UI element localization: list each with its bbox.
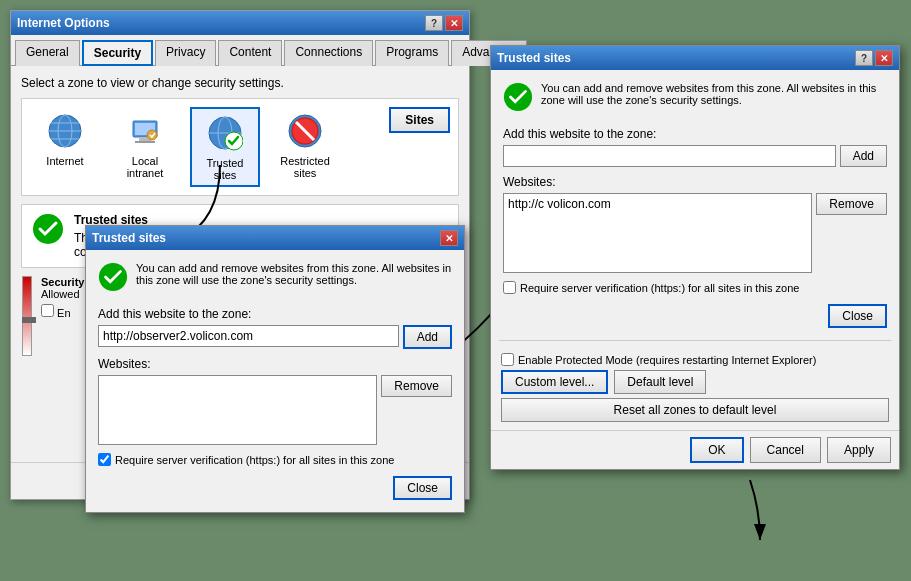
large-websites-area: http://c volicon.com Remove <box>503 193 887 273</box>
security-slider[interactable] <box>22 276 32 356</box>
zone-local-intranet-label: Local intranet <box>114 155 176 179</box>
zone-trusted-sites-label: Trusted sites <box>196 157 254 181</box>
tab-security[interactable]: Security <box>82 40 153 66</box>
small-websites-area: Remove <box>98 375 452 445</box>
large-add-label: Add this website to the zone: <box>503 127 887 141</box>
main-window-title: Internet Options <box>17 16 110 30</box>
zone-internet-label: Internet <box>46 155 83 167</box>
main-window-titlebar: Internet Options ? ✕ <box>11 11 469 35</box>
large-input-group: Add <box>503 145 887 167</box>
main-title-controls: ? ✕ <box>425 15 463 31</box>
large-checkbox-label: Require server verification (https:) for… <box>520 282 799 294</box>
trusted-sites-icon <box>205 113 245 153</box>
large-https-checkbox[interactable] <box>503 281 516 294</box>
restricted-sites-icon <box>285 111 325 151</box>
tab-programs[interactable]: Programs <box>375 40 449 66</box>
large-close-button[interactable]: Close <box>828 304 887 328</box>
small-add-website-row: Add this website to the zone: Add <box>98 307 452 349</box>
small-checkbox-row: Require server verification (https:) for… <box>98 453 452 466</box>
internet-icon <box>45 111 85 151</box>
enable-checkbox[interactable] <box>41 304 54 317</box>
small-https-checkbox[interactable] <box>98 453 111 466</box>
small-add-label: Add this website to the zone: <box>98 307 452 321</box>
security-label-area: Security Allowed En <box>41 276 84 319</box>
large-dialog-controls: ? ✕ <box>855 50 893 66</box>
zone-restricted-sites[interactable]: Restricted sites <box>270 107 340 183</box>
website-item-0[interactable]: http://c volicon.com <box>506 196 809 212</box>
large-dialog-content: You can add and remove websites from thi… <box>491 70 899 340</box>
small-input-group: Add <box>98 325 452 349</box>
zone-internet[interactable]: Internet <box>30 107 100 171</box>
enable-label: En <box>57 307 70 319</box>
security-label: Security <box>41 276 84 288</box>
small-websites-list <box>98 375 377 445</box>
large-check-icon <box>503 82 533 112</box>
large-website-input[interactable] <box>503 145 836 167</box>
small-remove-button[interactable]: Remove <box>381 375 452 397</box>
large-trusted-sites-dialog: Trusted sites ? ✕ You can add and remove… <box>490 45 900 470</box>
large-dialog-lower: Enable Protected Mode (requires restarti… <box>491 341 899 430</box>
svg-point-9 <box>147 130 157 140</box>
large-cancel-button[interactable]: Cancel <box>750 437 821 463</box>
small-dialog-footer: Close <box>98 476 452 500</box>
small-checkbox-label: Require server verification (https:) for… <box>115 454 394 466</box>
protected-mode-label: Enable Protected Mode (requires restarti… <box>518 354 816 366</box>
check-icon <box>32 213 64 245</box>
tab-connections[interactable]: Connections <box>284 40 373 66</box>
small-trusted-sites-dialog: Trusted sites ✕ You can add and remove w… <box>85 225 465 513</box>
zone-local-intranet[interactable]: Local intranet <box>110 107 180 183</box>
small-add-button[interactable]: Add <box>403 325 452 349</box>
large-websites-label: Websites: <box>503 175 887 189</box>
main-title-text: Internet Options <box>17 16 110 30</box>
large-dialog-title: Trusted sites <box>497 51 571 65</box>
tab-general[interactable]: General <box>15 40 80 66</box>
protected-mode-checkbox[interactable] <box>501 353 514 366</box>
large-dialog-window-footer: OK Cancel Apply <box>491 430 899 469</box>
large-checkbox-row: Require server verification (https:) for… <box>503 281 887 294</box>
large-dialog-footer: Close <box>503 304 887 328</box>
help-button[interactable]: ? <box>425 15 443 31</box>
close-button[interactable]: ✕ <box>445 15 463 31</box>
zone-description: Select a zone to view or change security… <box>21 76 459 90</box>
large-dialog-desc-text: You can add and remove websites from thi… <box>541 82 887 106</box>
small-website-input[interactable] <box>98 325 399 347</box>
small-dialog-controls: ✕ <box>440 230 458 246</box>
level-buttons-row: Custom level... Default level <box>501 370 889 394</box>
large-apply-button[interactable]: Apply <box>827 437 891 463</box>
small-dialog-title: Trusted sites <box>92 231 166 245</box>
small-dialog-desc: You can add and remove websites from thi… <box>98 262 452 295</box>
default-level-button[interactable]: Default level <box>614 370 706 394</box>
tab-bar: General Security Privacy Content Connect… <box>11 35 469 66</box>
large-dialog-titlebar: Trusted sites ? ✕ <box>491 46 899 70</box>
small-dialog-desc-text: You can add and remove websites from thi… <box>136 262 452 286</box>
reset-all-zones-button[interactable]: Reset all zones to default level <box>501 398 889 422</box>
allowed-label: Allowed <box>41 288 84 300</box>
custom-level-button[interactable]: Custom level... <box>501 370 608 394</box>
large-dialog-desc: You can add and remove websites from thi… <box>503 82 887 115</box>
enable-checkbox-row: En <box>41 304 84 319</box>
small-close-x[interactable]: ✕ <box>440 230 458 246</box>
small-check-icon <box>98 262 128 292</box>
small-dialog-titlebar: Trusted sites ✕ <box>86 226 464 250</box>
large-remove-button[interactable]: Remove <box>816 193 887 215</box>
tab-content[interactable]: Content <box>218 40 282 66</box>
zones-container: Internet Local intranet <box>21 98 459 196</box>
large-close-x[interactable]: ✕ <box>875 50 893 66</box>
protected-mode-row: Enable Protected Mode (requires restarti… <box>501 353 889 366</box>
tab-privacy[interactable]: Privacy <box>155 40 216 66</box>
large-add-website-row: Add this website to the zone: Add <box>503 127 887 167</box>
svg-rect-8 <box>135 141 155 143</box>
large-websites-list: http://c volicon.com <box>503 193 812 273</box>
zone-trusted-sites[interactable]: Trusted sites <box>190 107 260 187</box>
large-ok-button[interactable]: OK <box>690 437 743 463</box>
large-add-button[interactable]: Add <box>840 145 887 167</box>
large-help-btn[interactable]: ? <box>855 50 873 66</box>
small-dialog-content: You can add and remove websites from thi… <box>86 250 464 512</box>
small-close-button[interactable]: Close <box>393 476 452 500</box>
small-websites-label: Websites: <box>98 357 452 371</box>
local-intranet-icon <box>125 111 165 151</box>
sites-button[interactable]: Sites <box>389 107 450 133</box>
zone-restricted-sites-label: Restricted sites <box>274 155 336 179</box>
